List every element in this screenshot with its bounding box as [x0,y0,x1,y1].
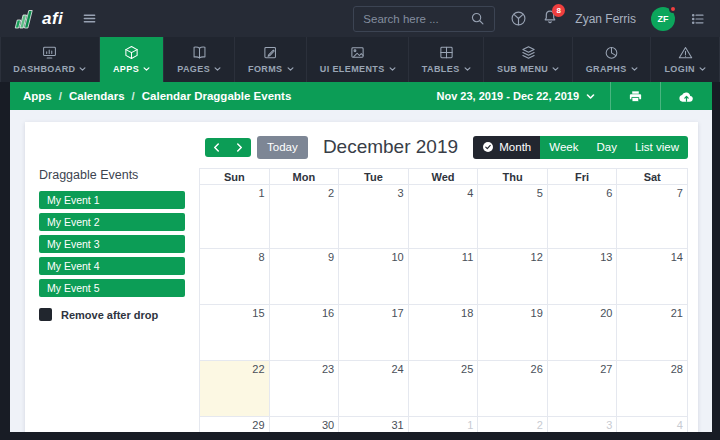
checkbox-label: Remove after drop [61,309,158,321]
calendar-day-cell[interactable]: 15 [200,305,270,360]
calendar-day-cell[interactable]: 2 [270,185,340,248]
day-number: 6 [606,187,612,199]
calendar-day-cell[interactable]: 13 [548,249,618,304]
menu-item-login[interactable]: LOGIN [651,37,720,82]
view-button-day[interactable]: Day [587,136,625,159]
draggable-event[interactable]: My Event 1 [39,191,185,209]
chevron-down-icon [552,67,559,71]
calendar-day-cell[interactable]: 19 [478,305,548,360]
calendar-day-cell[interactable]: 6 [548,185,618,248]
calendar-day-cell[interactable]: 16 [270,305,340,360]
calendar-day-cell[interactable]: 5 [478,185,548,248]
calendar-day-cell[interactable]: 3 [339,185,409,248]
calendar-day-cell[interactable]: 30 [270,417,340,432]
calendar-day-cell[interactable]: 11 [409,249,479,304]
avatar[interactable]: ZF [651,7,675,31]
view-button-month[interactable]: Month [473,136,540,159]
menu-item-ui-elements[interactable]: UI ELEMENTS [307,37,408,82]
week-row: 22232425262728 [200,360,687,416]
calendar-day-cell[interactable]: 7 [617,185,687,248]
ui-elements-icon [350,45,365,60]
calendar-day-cell[interactable]: 18 [409,305,479,360]
week-row: 891011121314 [200,248,687,304]
list-menu-icon[interactable] [690,11,706,27]
cloud-upload-icon [678,90,695,103]
menu-item-text: PAGES [177,64,210,74]
menu-item-forms[interactable]: FORMS [235,37,307,82]
calendar-day-cell[interactable]: 4 [409,185,479,248]
day-number: 24 [391,363,403,375]
day-number: 26 [531,363,543,375]
prev-button[interactable] [205,138,228,157]
draggable-event[interactable]: My Event 5 [39,279,185,297]
menu-item-sub-menu[interactable]: SUB MENU [484,37,572,82]
calendar-day-cell[interactable]: 14 [617,249,687,304]
calendar-day-cell[interactable]: 20 [548,305,618,360]
breadcrumb-item[interactable]: Calendar Draggable Events [142,90,292,102]
menu-item-pages[interactable]: PAGES [164,37,235,82]
menu-item-apps[interactable]: APPS [100,37,164,82]
calendar-day-cell[interactable]: 24 [339,361,409,416]
calendar-day-cell[interactable]: 1 [200,185,270,248]
day-number: 8 [258,251,264,263]
download-button[interactable] [661,82,712,110]
logo-bars-icon [12,9,37,29]
calendar-day-cell[interactable]: 23 [270,361,340,416]
calendar-day-cell[interactable]: 31 [339,417,409,432]
print-button[interactable] [611,82,660,110]
calendar-day-cell[interactable]: 8 [200,249,270,304]
calendar-day-cell[interactable]: 2 [478,417,548,432]
day-number: 9 [328,251,334,263]
hamburger-menu-icon[interactable] [82,11,97,26]
menu-item-tables[interactable]: TABLES [409,37,485,82]
calendar-day-cell[interactable]: 3 [548,417,618,432]
breadcrumb-item[interactable]: Apps [23,90,52,102]
menu-item-dashboard[interactable]: DASHBOARD [0,37,100,82]
calendar-day-cell[interactable]: 27 [548,361,618,416]
day-number: 29 [252,419,264,431]
day-number: 12 [531,251,543,263]
remove-after-drop-option[interactable]: Remove after drop [39,308,185,321]
calendar-day-cell[interactable]: 29 [200,417,270,432]
forms-icon [263,45,278,60]
view-button-list-view[interactable]: List view [626,136,688,159]
draggable-event[interactable]: My Event 3 [39,235,185,253]
day-header: Sat [617,169,687,184]
logo-text: afi [42,10,63,29]
calendar-day-cell[interactable]: 10 [339,249,409,304]
search-input[interactable] [363,13,470,25]
calendar-day-cell[interactable]: 9 [270,249,340,304]
calendar-day-cell[interactable]: 1 [409,417,479,432]
calendar-day-cell[interactable]: 26 [478,361,548,416]
today-button[interactable]: Today [257,136,308,159]
calendar-day-cell[interactable]: 28 [617,361,687,416]
menu-item-label: DASHBOARD [13,64,86,74]
day-number: 15 [252,307,264,319]
menu-item-graphs[interactable]: GRAPHS [573,37,652,82]
calendar-day-cell[interactable]: 4 [617,417,687,432]
next-button[interactable] [228,138,251,157]
calendar-day-cell[interactable]: 12 [478,249,548,304]
day-number: 1 [467,419,473,431]
day-header: Thu [478,169,548,184]
checkbox[interactable] [39,308,52,321]
draggable-event[interactable]: My Event 2 [39,213,185,231]
notifications-button[interactable]: 8 [542,9,558,29]
calendar-day-cell[interactable]: 17 [339,305,409,360]
day-number: 31 [391,419,403,431]
calendar-day-cell[interactable]: 25 [409,361,479,416]
logo[interactable]: afi [12,9,63,29]
calendar-day-cell[interactable]: 21 [617,305,687,360]
date-range-selector[interactable]: Nov 23, 2019 - Dec 22, 2019 [422,82,610,110]
breadcrumb: Apps/Calendars/Calendar Draggable Events [23,90,291,102]
breadcrumb-item[interactable]: Calendars [69,90,125,102]
box-icon[interactable] [510,10,527,27]
search-icon[interactable] [470,11,485,26]
view-button-week[interactable]: Week [540,136,587,159]
chevron-left-icon [213,143,220,152]
chevron-down-icon [464,67,471,71]
calendar-toolbar: Today December 2019 MonthWeekDayList vie… [199,136,688,159]
check-circle-icon [482,141,494,153]
calendar-day-cell[interactable]: 22 [200,361,270,416]
draggable-event[interactable]: My Event 4 [39,257,185,275]
